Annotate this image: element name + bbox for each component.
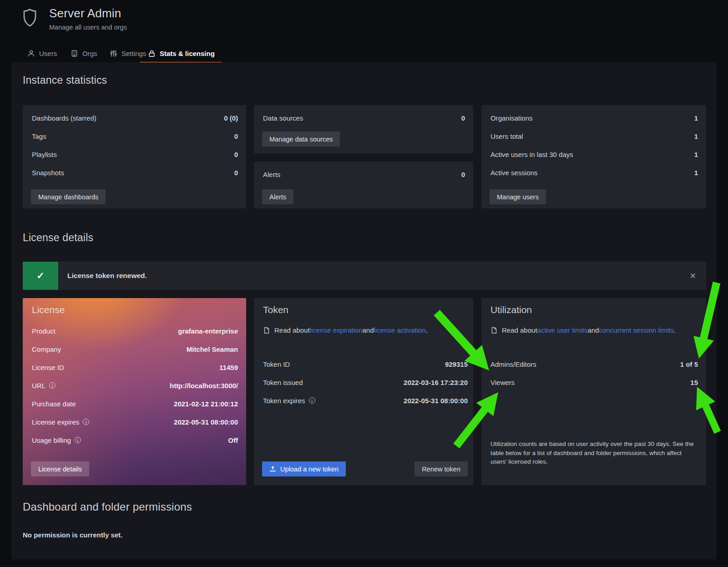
utilization-docs-note: Read about active user limits and concur…	[490, 326, 699, 334]
utilization-footnote: Utilization counts are based on user act…	[490, 440, 696, 466]
concurrent-session-limits-link[interactable]: concurrent session limits	[599, 326, 673, 334]
alerts-button[interactable]: Alerts	[262, 189, 293, 204]
utilization-card: Utilization Read about active user limit…	[481, 298, 706, 485]
token-row: Token ID 929315	[263, 355, 468, 373]
stat-row: Tags 0	[32, 127, 238, 145]
shield-icon	[21, 7, 38, 28]
page-subtitle: Manage all users and orgs	[49, 24, 127, 31]
stat-row: Alerts 0	[263, 165, 465, 183]
alert-message: License token renewed.	[67, 272, 147, 280]
tab-stats-licensing[interactable]: Stats & licensing	[148, 46, 215, 61]
renew-token-button[interactable]: Renew token	[415, 461, 468, 476]
users-stats-card: Organisations 1 Users total 1 Active use…	[481, 105, 706, 208]
tab-orgs[interactable]: Orgs	[71, 46, 97, 61]
stat-row: Active sessions 1	[490, 163, 698, 182]
permissions-heading: Dashboard and folder permissions	[23, 501, 192, 513]
info-icon[interactable]	[49, 382, 56, 389]
license-activation-link[interactable]: license activation	[374, 326, 426, 334]
content-panel: Instance statistics Dashboards (starred)…	[11, 62, 717, 559]
tab-bar: Users Orgs Settings Stats & licensing	[0, 46, 728, 61]
stat-row: Organisations 1	[490, 109, 698, 127]
document-icon	[490, 327, 498, 334]
stat-row: Users total 1	[490, 127, 698, 145]
alerts-card: Alerts 0 Alerts	[254, 162, 473, 208]
tab-users[interactable]: Users	[27, 46, 57, 61]
tab-stats-label: Stats & licensing	[160, 50, 215, 57]
success-alert: ✓ License token renewed. ✕	[23, 262, 706, 290]
dashboards-stats-card: Dashboards (starred) 0 (0) Tags 0 Playli…	[23, 105, 246, 208]
sliders-icon	[110, 50, 117, 57]
tab-settings[interactable]: Settings	[110, 46, 146, 61]
permissions-empty-message: No permission is currently set.	[23, 531, 122, 539]
manage-dashboards-button[interactable]: Manage dashboards	[31, 189, 106, 204]
license-row: Company Mitchel Seaman	[32, 340, 238, 358]
building-icon	[71, 50, 78, 57]
page-header: Server Admin Manage all users and orgs	[21, 6, 127, 31]
manage-users-button[interactable]: Manage users	[490, 189, 546, 204]
license-card: License Product grafana-enterprise Compa…	[23, 298, 246, 485]
license-row: License expires 2022-05-31 08:00:00	[32, 413, 238, 431]
utilization-row: Admins/Editors 1 of 5	[490, 355, 698, 373]
tab-settings-label: Settings	[121, 50, 146, 57]
server-admin-page: Server Admin Manage all users and orgs U…	[0, 0, 728, 567]
info-icon[interactable]	[309, 397, 315, 404]
license-row: Product grafana-enterprise	[32, 322, 238, 340]
page-title: Server Admin	[49, 6, 127, 20]
utilization-row: Viewers 15	[490, 373, 698, 391]
tab-users-label: Users	[39, 50, 57, 57]
license-card-title: License	[32, 304, 65, 315]
user-icon	[27, 50, 35, 57]
tab-orgs-label: Orgs	[82, 50, 97, 57]
license-details-heading: License details	[23, 232, 93, 244]
close-icon[interactable]: ✕	[690, 272, 696, 280]
utilization-card-title: Utilization	[490, 304, 532, 315]
upload-icon	[269, 466, 276, 472]
instance-statistics-heading: Instance statistics	[23, 74, 107, 86]
info-icon[interactable]	[83, 419, 89, 425]
active-user-limits-link[interactable]: active user limits	[537, 326, 588, 334]
license-row: Purchase date 2021-02-12 21:00:12	[32, 395, 238, 413]
token-card: Token Read about license expiration and …	[254, 298, 473, 485]
info-icon[interactable]	[75, 437, 81, 443]
datasources-card: Data sources 0 Manage data sources	[254, 105, 473, 153]
token-row: Token issued 2022-03-16 17:23:20	[263, 373, 468, 391]
stat-row: Data sources 0	[263, 109, 465, 127]
manage-datasources-button[interactable]: Manage data sources	[262, 132, 340, 147]
token-row: Token expires 2022-05-31 08:00:00	[263, 391, 468, 410]
check-icon: ✓	[23, 262, 58, 290]
token-docs-note: Read about license expiration and licens…	[263, 326, 466, 334]
stat-row: Dashboards (starred) 0 (0)	[32, 109, 238, 127]
upload-token-button[interactable]: Upload a new token	[262, 461, 346, 476]
stat-row: Snapshots 0	[32, 163, 238, 182]
lock-icon	[148, 50, 156, 57]
token-card-title: Token	[263, 304, 288, 315]
document-icon	[263, 327, 270, 334]
stat-row: Playlists 0	[32, 145, 238, 163]
license-details-button[interactable]: License details	[31, 461, 89, 476]
license-row: License ID 11459	[32, 358, 238, 376]
license-row: Usage billing Off	[32, 431, 238, 449]
stat-row: Active users in last 30 days 1	[490, 145, 698, 163]
license-expiration-link[interactable]: license expiration	[310, 326, 363, 334]
license-row: URL http://localhost:3000/	[32, 376, 238, 395]
